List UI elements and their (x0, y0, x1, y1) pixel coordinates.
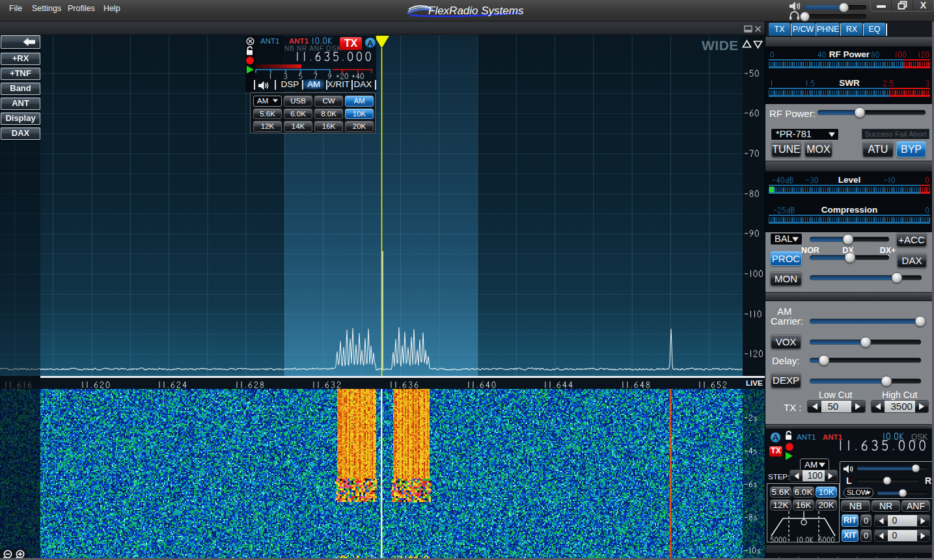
slice-frequency[interactable] (838, 440, 930, 451)
filter-14k-button[interactable]: 14K (284, 121, 312, 132)
section-header-bar[interactable] (765, 36, 934, 47)
tx-antenna-label[interactable]: ANT1 (289, 37, 309, 45)
low-cut-value[interactable]: 50 (821, 401, 851, 412)
restore-button[interactable] (892, 0, 913, 11)
slider-knob[interactable] (860, 336, 871, 347)
slice-flag[interactable]: ANT1 ANT1 NB NR ANF QSK TX A DSPAMX/RITD… (245, 36, 376, 92)
mon-slider[interactable] (810, 271, 922, 284)
vox-slider[interactable] (810, 336, 921, 348)
agc-threshold-slider[interactable] (877, 488, 927, 498)
filter-5.6k-button[interactable]: 5.6K (253, 109, 282, 120)
toolbar-band-button[interactable]: Band (1, 83, 40, 95)
menu-settings[interactable]: Settings (28, 2, 65, 15)
am-carrier-slider[interactable] (810, 315, 924, 327)
toolbar-dax-button[interactable]: DAX (1, 127, 40, 140)
spectrum-display[interactable]: WIDE (0, 35, 765, 376)
filter-20k-button[interactable]: 20K (345, 121, 374, 132)
xit-increment-button[interactable] (917, 530, 930, 541)
panel-tab-tx[interactable]: TX (769, 23, 790, 36)
filter-12k-button[interactable]: 12K (253, 121, 282, 132)
audio-tab-speaker-icon[interactable] (258, 81, 270, 93)
high-cut-value[interactable]: 3500 (885, 401, 914, 412)
toolbar-tnf-button[interactable]: +TNF (1, 68, 40, 80)
filter-10k-button[interactable]: 10K (345, 109, 374, 120)
panadapter-close-icon[interactable] (754, 25, 762, 33)
lock-open-icon[interactable] (246, 46, 254, 55)
xit-step-button[interactable]: 0 (860, 529, 872, 542)
slider-knob[interactable] (898, 488, 907, 497)
tx-badge[interactable]: TX (340, 37, 362, 50)
high-cut-increment-button[interactable] (915, 401, 928, 412)
band-zoom-arrows[interactable] (742, 39, 763, 49)
rit-button[interactable]: RIT (842, 514, 858, 527)
slider-knob[interactable] (911, 464, 920, 472)
section-header-bar[interactable] (765, 161, 934, 172)
headphone-slider[interactable] (802, 11, 866, 22)
record-icon[interactable] (786, 443, 793, 451)
atu-button[interactable]: ATU (862, 141, 894, 157)
toolbar-display-button[interactable]: Display (1, 113, 40, 125)
xit-decrement-button[interactable] (875, 530, 888, 541)
mox-button[interactable]: MOX (804, 141, 832, 157)
section-header-bar[interactable] (765, 292, 934, 301)
rit-value[interactable]: 0 (888, 515, 917, 526)
high-cut-decrement-button[interactable] (872, 401, 885, 412)
flag-tab-dsp[interactable]: DSP (279, 79, 301, 89)
slider-knob[interactable] (881, 375, 892, 386)
panel-tab-phne[interactable]: PHNE (816, 23, 840, 36)
rit-increment-button[interactable] (917, 515, 930, 526)
byp-button[interactable]: BYP (896, 141, 926, 157)
rx-antenna-label[interactable]: ANT1 (260, 37, 279, 45)
flag-tab-xrit[interactable]: X/RIT (327, 79, 350, 89)
play-icon[interactable] (786, 452, 793, 460)
back-button[interactable] (1, 35, 40, 49)
mode-am-button[interactable]: AM (345, 96, 374, 107)
step-value[interactable]: 100 (803, 470, 824, 481)
mic-proc-slider[interactable] (810, 251, 889, 263)
audio-pan-slider[interactable] (857, 475, 919, 485)
record-icon[interactable] (246, 57, 254, 64)
minimize-button[interactable] (871, 0, 892, 11)
tune-button[interactable]: TUNE (771, 141, 801, 157)
slider-knob[interactable] (845, 252, 856, 263)
rit-decrement-button[interactable] (875, 515, 888, 526)
panafall-collapse-icon[interactable] (744, 25, 752, 33)
filter-20k-button[interactable]: 20K (816, 500, 837, 511)
xit-value[interactable]: 0 (888, 530, 917, 541)
mode-cw-button[interactable]: CW (314, 96, 343, 107)
filter-10k-button[interactable]: 10K (816, 487, 837, 498)
delay-slider[interactable] (810, 354, 921, 366)
xit-button[interactable]: XIT (842, 529, 858, 542)
slider-knob[interactable] (914, 315, 926, 327)
rit-step-button[interactable]: 0 (860, 514, 872, 527)
filter-16k-button[interactable]: 16K (793, 500, 814, 511)
mode-dropdown[interactable]: AM (253, 96, 282, 107)
step-decrement-button[interactable] (790, 470, 803, 481)
filter-8.0k-button[interactable]: 8.0K (314, 109, 343, 120)
profile-dropdown[interactable]: *PR-781 (771, 128, 839, 140)
panel-tab-pcw[interactable]: P/CW (791, 23, 815, 36)
slider-knob[interactable] (854, 107, 865, 118)
lock-open-icon[interactable] (785, 431, 793, 440)
dax-button[interactable]: DAX (897, 253, 927, 268)
filter-16k-button[interactable]: 16K (314, 121, 343, 132)
filter-6.0k-button[interactable]: 6.0K (284, 109, 312, 120)
slider-knob[interactable] (819, 354, 830, 366)
frequency-scale[interactable]: LIVE (0, 376, 765, 389)
mon-button[interactable]: MON (770, 271, 802, 286)
slider-knob[interactable] (800, 12, 810, 21)
menu-help[interactable]: Help (100, 2, 124, 15)
flag-tab-am[interactable]: AM (303, 79, 324, 89)
toolbar-rx-button[interactable]: +RX (1, 53, 40, 65)
dexp-slider[interactable] (810, 375, 921, 387)
filter-5.6k-button[interactable]: 5.6K (770, 487, 791, 498)
tx-badge[interactable]: TX (769, 446, 782, 457)
flag-tab-dax[interactable]: DAX (352, 79, 374, 89)
nr-button[interactable]: NR (872, 500, 900, 512)
nb-button[interactable]: NB (841, 500, 870, 512)
flag-frequency[interactable] (295, 51, 375, 62)
low-cut-decrement-button[interactable] (808, 401, 821, 412)
filter-6.0k-button[interactable]: 6.0K (793, 487, 814, 498)
dexp-button[interactable]: DEXP (771, 373, 801, 388)
proc-button[interactable]: PROC (770, 251, 802, 266)
